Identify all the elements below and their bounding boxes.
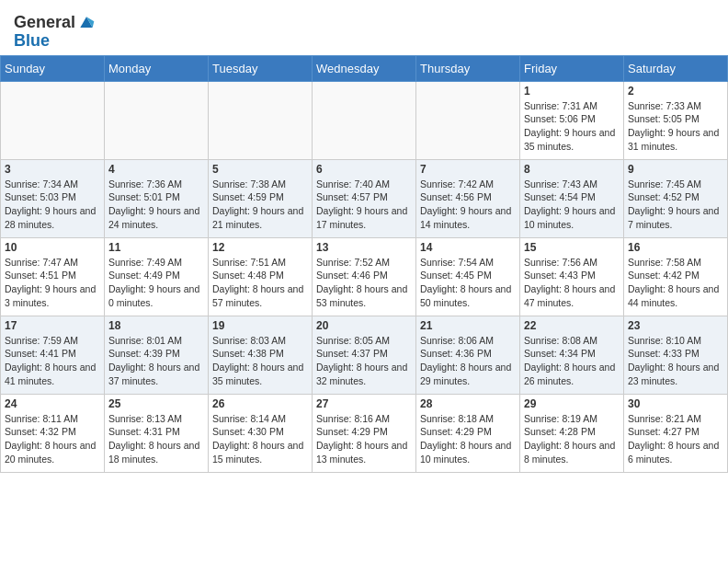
calendar-cell: 11Sunrise: 7:49 AMSunset: 4:49 PMDayligh… <box>105 237 209 316</box>
calendar-cell: 14Sunrise: 7:54 AMSunset: 4:45 PMDayligh… <box>416 237 520 316</box>
day-info: Sunrise: 7:52 AMSunset: 4:46 PMDaylight:… <box>316 256 412 310</box>
calendar-cell: 6Sunrise: 7:40 AMSunset: 4:57 PMDaylight… <box>313 159 416 237</box>
calendar-cell: 17Sunrise: 7:59 AMSunset: 4:41 PMDayligh… <box>1 316 105 394</box>
weekday-header-sunday: Sunday <box>1 55 105 81</box>
calendar-cell: 18Sunrise: 8:01 AMSunset: 4:39 PMDayligh… <box>105 316 209 394</box>
day-info: Sunrise: 8:18 AMSunset: 4:29 PMDaylight:… <box>420 412 516 466</box>
day-number: 12 <box>212 241 308 254</box>
calendar-week-5: 24Sunrise: 8:11 AMSunset: 4:32 PMDayligh… <box>1 394 728 472</box>
day-info: Sunrise: 8:14 AMSunset: 4:30 PMDaylight:… <box>212 412 308 466</box>
calendar-cell: 19Sunrise: 8:03 AMSunset: 4:38 PMDayligh… <box>209 316 313 394</box>
logo-icon <box>77 14 96 32</box>
weekday-header-saturday: Saturday <box>624 55 728 81</box>
day-number: 3 <box>5 163 100 176</box>
calendar-cell: 13Sunrise: 7:52 AMSunset: 4:46 PMDayligh… <box>313 237 416 316</box>
day-info: Sunrise: 8:11 AMSunset: 4:32 PMDaylight:… <box>5 412 100 466</box>
day-info: Sunrise: 8:08 AMSunset: 4:34 PMDaylight:… <box>524 334 620 388</box>
day-number: 13 <box>316 241 412 254</box>
day-number: 10 <box>5 241 100 254</box>
logo-general: General <box>14 14 75 32</box>
day-number: 23 <box>628 319 723 332</box>
calendar-cell: 21Sunrise: 8:06 AMSunset: 4:36 PMDayligh… <box>416 316 520 394</box>
calendar-cell <box>105 81 209 159</box>
day-info: Sunrise: 7:51 AMSunset: 4:48 PMDaylight:… <box>212 256 308 310</box>
day-number: 4 <box>108 163 204 176</box>
day-number: 5 <box>212 163 308 176</box>
day-number: 29 <box>524 397 620 410</box>
calendar-cell: 22Sunrise: 8:08 AMSunset: 4:34 PMDayligh… <box>520 316 624 394</box>
day-info: Sunrise: 8:06 AMSunset: 4:36 PMDaylight:… <box>420 334 516 388</box>
day-info: Sunrise: 7:34 AMSunset: 5:03 PMDaylight:… <box>5 178 100 232</box>
day-number: 9 <box>628 163 723 176</box>
calendar-cell: 29Sunrise: 8:19 AMSunset: 4:28 PMDayligh… <box>520 394 624 472</box>
day-number: 8 <box>524 163 620 176</box>
calendar-cell: 2Sunrise: 7:33 AMSunset: 5:05 PMDaylight… <box>624 81 728 159</box>
day-number: 19 <box>212 319 308 332</box>
calendar-week-2: 3Sunrise: 7:34 AMSunset: 5:03 PMDaylight… <box>1 159 728 237</box>
calendar-cell: 24Sunrise: 8:11 AMSunset: 4:32 PMDayligh… <box>1 394 105 472</box>
day-number: 16 <box>628 241 723 254</box>
calendar-cell: 20Sunrise: 8:05 AMSunset: 4:37 PMDayligh… <box>313 316 416 394</box>
day-number: 25 <box>108 397 204 410</box>
day-info: Sunrise: 7:43 AMSunset: 4:54 PMDaylight:… <box>524 178 620 232</box>
day-info: Sunrise: 8:16 AMSunset: 4:29 PMDaylight:… <box>316 412 412 466</box>
day-info: Sunrise: 8:03 AMSunset: 4:38 PMDaylight:… <box>212 334 308 388</box>
calendar-cell: 7Sunrise: 7:42 AMSunset: 4:56 PMDaylight… <box>416 159 520 237</box>
day-info: Sunrise: 8:01 AMSunset: 4:39 PMDaylight:… <box>108 334 204 388</box>
calendar-cell: 25Sunrise: 8:13 AMSunset: 4:31 PMDayligh… <box>105 394 209 472</box>
day-number: 20 <box>316 319 412 332</box>
weekday-header-wednesday: Wednesday <box>313 55 416 81</box>
calendar-cell: 15Sunrise: 7:56 AMSunset: 4:43 PMDayligh… <box>520 237 624 316</box>
day-info: Sunrise: 7:56 AMSunset: 4:43 PMDaylight:… <box>524 256 620 310</box>
day-number: 2 <box>628 85 723 98</box>
calendar-week-3: 10Sunrise: 7:47 AMSunset: 4:51 PMDayligh… <box>1 237 728 316</box>
calendar-cell: 27Sunrise: 8:16 AMSunset: 4:29 PMDayligh… <box>313 394 416 472</box>
calendar-cell: 23Sunrise: 8:10 AMSunset: 4:33 PMDayligh… <box>624 316 728 394</box>
calendar-cell: 3Sunrise: 7:34 AMSunset: 5:03 PMDaylight… <box>1 159 105 237</box>
day-number: 14 <box>420 241 516 254</box>
calendar-cell: 4Sunrise: 7:36 AMSunset: 5:01 PMDaylight… <box>105 159 209 237</box>
page-header: General Blue <box>0 0 728 55</box>
day-number: 30 <box>628 397 723 410</box>
weekday-header-friday: Friday <box>520 55 624 81</box>
weekday-header-tuesday: Tuesday <box>209 55 313 81</box>
calendar-cell: 5Sunrise: 7:38 AMSunset: 4:59 PMDaylight… <box>209 159 313 237</box>
day-info: Sunrise: 8:19 AMSunset: 4:28 PMDaylight:… <box>524 412 620 466</box>
day-number: 21 <box>420 319 516 332</box>
calendar-cell: 1Sunrise: 7:31 AMSunset: 5:06 PMDaylight… <box>520 81 624 159</box>
day-info: Sunrise: 7:59 AMSunset: 4:41 PMDaylight:… <box>5 334 100 388</box>
day-number: 24 <box>5 397 100 410</box>
day-info: Sunrise: 8:13 AMSunset: 4:31 PMDaylight:… <box>108 412 204 466</box>
day-number: 15 <box>524 241 620 254</box>
day-info: Sunrise: 7:38 AMSunset: 4:59 PMDaylight:… <box>212 178 308 232</box>
day-info: Sunrise: 7:36 AMSunset: 5:01 PMDaylight:… <box>108 178 204 232</box>
day-info: Sunrise: 7:40 AMSunset: 4:57 PMDaylight:… <box>316 178 412 232</box>
day-number: 1 <box>524 85 620 98</box>
day-info: Sunrise: 8:05 AMSunset: 4:37 PMDaylight:… <box>316 334 412 388</box>
calendar-cell: 9Sunrise: 7:45 AMSunset: 4:52 PMDaylight… <box>624 159 728 237</box>
calendar-cell: 8Sunrise: 7:43 AMSunset: 4:54 PMDaylight… <box>520 159 624 237</box>
day-info: Sunrise: 7:49 AMSunset: 4:49 PMDaylight:… <box>108 256 204 310</box>
day-info: Sunrise: 7:42 AMSunset: 4:56 PMDaylight:… <box>420 178 516 232</box>
calendar-cell: 26Sunrise: 8:14 AMSunset: 4:30 PMDayligh… <box>209 394 313 472</box>
day-info: Sunrise: 7:58 AMSunset: 4:42 PMDaylight:… <box>628 256 723 310</box>
day-number: 22 <box>524 319 620 332</box>
day-info: Sunrise: 8:10 AMSunset: 4:33 PMDaylight:… <box>628 334 723 388</box>
day-number: 7 <box>420 163 516 176</box>
calendar-cell <box>209 81 313 159</box>
calendar-table: SundayMondayTuesdayWednesdayThursdayFrid… <box>0 55 728 473</box>
day-info: Sunrise: 7:47 AMSunset: 4:51 PMDaylight:… <box>5 256 100 310</box>
calendar-week-1: 1Sunrise: 7:31 AMSunset: 5:06 PMDaylight… <box>1 81 728 159</box>
weekday-header-thursday: Thursday <box>416 55 520 81</box>
day-info: Sunrise: 7:33 AMSunset: 5:05 PMDaylight:… <box>628 99 723 154</box>
calendar-cell: 10Sunrise: 7:47 AMSunset: 4:51 PMDayligh… <box>1 237 105 316</box>
calendar-cell: 28Sunrise: 8:18 AMSunset: 4:29 PMDayligh… <box>416 394 520 472</box>
calendar-cell <box>416 81 520 159</box>
day-number: 6 <box>316 163 412 176</box>
calendar-week-4: 17Sunrise: 7:59 AMSunset: 4:41 PMDayligh… <box>1 316 728 394</box>
day-info: Sunrise: 7:31 AMSunset: 5:06 PMDaylight:… <box>524 99 620 154</box>
day-info: Sunrise: 8:21 AMSunset: 4:27 PMDaylight:… <box>628 412 723 466</box>
calendar-cell: 12Sunrise: 7:51 AMSunset: 4:48 PMDayligh… <box>209 237 313 316</box>
calendar-cell: 16Sunrise: 7:58 AMSunset: 4:42 PMDayligh… <box>624 237 728 316</box>
calendar-cell: 30Sunrise: 8:21 AMSunset: 4:27 PMDayligh… <box>624 394 728 472</box>
